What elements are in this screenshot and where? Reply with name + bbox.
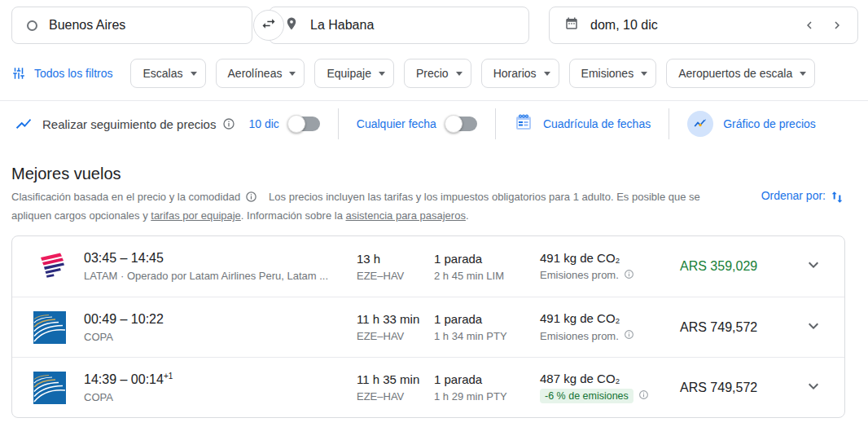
flight-row-latam[interactable]: 03:45 – 14:45 LATAM · Operado por Latam … xyxy=(12,236,844,297)
filter-chip-price[interactable]: Precio xyxy=(404,59,471,88)
tune-icon xyxy=(11,66,26,81)
date-grid-label: Cuadrícula de fechas xyxy=(543,117,651,130)
flight-price: ARS 359,029 xyxy=(680,259,783,274)
co2-amount: 491 kg de CO₂ xyxy=(540,311,680,325)
chip-label: Emisiones xyxy=(581,67,634,80)
date-field[interactable]: dom, 10 dic xyxy=(549,7,858,44)
flight-price: ARS 749,572 xyxy=(680,381,783,395)
origin-input[interactable]: Buenos Aires xyxy=(11,7,252,44)
previous-date-button[interactable] xyxy=(796,11,823,39)
best-flights-list: 03:45 – 14:45 LATAM · Operado por Latam … xyxy=(11,235,845,418)
chip-label: Precio xyxy=(416,67,449,80)
any-date-label: Cualquier fecha xyxy=(357,117,436,130)
stop-detail: 1 h 29 min PTY xyxy=(434,390,540,403)
flight-times: 03:45 – 14:45 xyxy=(84,251,357,266)
section-description: Clasificación basada en el precio y la c… xyxy=(11,189,733,224)
airline-operator: COPA xyxy=(84,331,357,343)
chip-label: Aerolíneas xyxy=(228,67,283,80)
filter-chip-times[interactable]: Horarios xyxy=(481,59,559,88)
flight-row-copa-1[interactable]: 00:49 – 10:22 COPA 11 h 33 min EZE–HAV 1… xyxy=(12,297,844,357)
flight-stops: 1 parada xyxy=(434,312,540,326)
best-flights-header: Mejores vuelos Clasificación basada en e… xyxy=(11,165,845,224)
plus-days: +1 xyxy=(164,372,173,381)
airline-operator: COPA xyxy=(84,391,357,403)
sort-by-label: Ordenar por: xyxy=(761,189,826,202)
chevron-down-icon xyxy=(800,72,806,76)
flight-row-copa-2[interactable]: 14:39 – 00:14+1 COPA 11 h 35 min EZE–HAV… xyxy=(12,357,844,417)
search-bar: Buenos Aires La Habana dom, 10 dic xyxy=(11,7,868,44)
toggle-knob xyxy=(445,115,462,133)
sort-by-button[interactable]: Ordenar por: xyxy=(761,189,845,224)
track-date-toggle[interactable] xyxy=(289,117,320,131)
info-icon[interactable] xyxy=(245,191,257,208)
desc-text: . xyxy=(466,209,469,222)
desc-text: Clasificación basada en el precio y la c… xyxy=(11,191,240,203)
track-prices-label: Realizar seguimiento de precios xyxy=(42,117,216,131)
co2-amount: 487 kg de CO₂ xyxy=(540,372,680,385)
location-pin-icon xyxy=(284,16,299,34)
chevron-down-icon xyxy=(544,72,550,76)
flight-route: EZE–HAV xyxy=(357,330,434,342)
track-date-label: 10 dic xyxy=(248,117,278,130)
info-icon[interactable] xyxy=(222,117,235,130)
divider xyxy=(338,108,339,139)
price-graph-button[interactable]: Gráfico de precios xyxy=(687,111,816,137)
emissions-note: Emisiones prom. xyxy=(540,269,619,281)
airline-operator: LATAM · Operado por Latam Airlines Peru,… xyxy=(84,270,357,282)
chevron-down-icon xyxy=(379,72,385,76)
origin-value: Buenos Aires xyxy=(49,18,125,33)
copa-logo xyxy=(33,311,66,344)
info-icon[interactable] xyxy=(624,328,634,343)
date-value: dom, 10 dic xyxy=(590,18,658,33)
desc-text: . Información sobre la xyxy=(241,209,346,222)
copa-logo xyxy=(33,372,66,404)
filter-chip-bags[interactable]: Equipaje xyxy=(314,59,394,88)
expand-flight-button[interactable] xyxy=(804,316,823,339)
date-grid-button[interactable]: Cuadrícula de fechas xyxy=(514,112,651,135)
sort-arrows-icon xyxy=(829,189,845,209)
emissions-note: Emisiones prom. xyxy=(540,330,619,342)
filter-chip-connecting-airports[interactable]: Aeropuertos de escala xyxy=(666,59,815,88)
swap-locations-button[interactable] xyxy=(253,10,284,41)
chevron-down-icon xyxy=(641,72,647,76)
toggle-knob xyxy=(287,115,305,133)
chip-label: Equipaje xyxy=(327,67,371,80)
swap-horiz-icon xyxy=(261,15,277,35)
flight-times: 14:39 – 00:14+1 xyxy=(84,372,357,387)
info-icon[interactable] xyxy=(638,389,649,403)
chip-label: Horarios xyxy=(493,67,537,80)
flight-duration: 11 h 35 min xyxy=(357,372,434,386)
flight-duration: 11 h 33 min xyxy=(357,312,434,326)
price-graph-icon xyxy=(687,111,713,137)
divider xyxy=(669,108,669,139)
date-grid-icon xyxy=(514,112,533,135)
any-date-toggle[interactable] xyxy=(446,117,477,131)
flight-duration: 13 h xyxy=(357,252,434,266)
all-filters-button[interactable]: Todos los filtros xyxy=(11,66,112,81)
destination-input[interactable]: La Habana xyxy=(269,7,529,44)
section-title: Mejores vuelos xyxy=(11,165,761,183)
expand-flight-button[interactable] xyxy=(804,255,823,278)
chevron-down-icon xyxy=(289,72,296,76)
flight-stops: 1 parada xyxy=(434,252,540,266)
passenger-assistance-link[interactable]: asistencia para pasajeros xyxy=(345,209,465,222)
stop-detail: 1 h 34 min PTY xyxy=(434,330,540,342)
flight-times: 00:49 – 10:22 xyxy=(84,312,357,327)
co2-amount: 491 kg de CO₂ xyxy=(540,251,680,265)
all-filters-label: Todos los filtros xyxy=(34,67,112,80)
origin-circle-icon xyxy=(27,20,37,31)
divider xyxy=(495,108,496,139)
flight-route: EZE–HAV xyxy=(357,270,434,282)
info-icon[interactable] xyxy=(624,268,634,283)
baggage-fees-link[interactable]: tarifas por equipaje xyxy=(151,209,241,222)
filter-chip-airlines[interactable]: Aerolíneas xyxy=(216,59,305,88)
calendar-icon xyxy=(564,16,579,34)
destination-value: La Habana xyxy=(310,18,374,33)
filter-chip-emissions[interactable]: Emisiones xyxy=(569,59,657,88)
filters-bar: Todos los filtros Escalas Aerolíneas Equ… xyxy=(11,59,868,88)
chip-label: Aeropuertos de escala xyxy=(678,67,792,80)
expand-flight-button[interactable] xyxy=(804,376,823,399)
emissions-badge: -6 % de emisiones xyxy=(540,389,633,403)
next-date-button[interactable] xyxy=(823,11,851,39)
filter-chip-stops[interactable]: Escalas xyxy=(130,59,205,88)
